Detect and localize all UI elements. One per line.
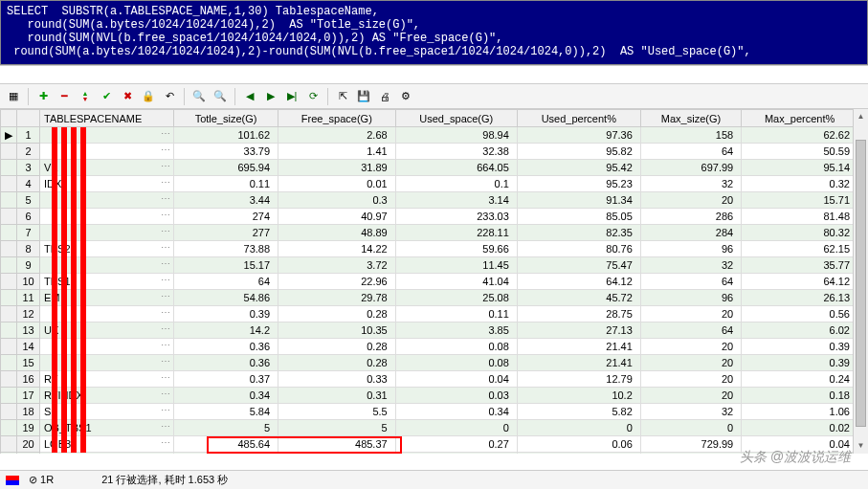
col-max-size[interactable]: Max_size(G): [640, 110, 741, 127]
cell-tablespacename[interactable]: TBS2⋯: [40, 241, 174, 257]
cell-max-percent[interactable]: 64.12: [742, 274, 858, 290]
cell-used-percent[interactable]: 45.72: [517, 290, 640, 306]
cell-totle-size[interactable]: 54.86: [174, 290, 278, 306]
cell-used-space[interactable]: 0.08: [395, 355, 517, 371]
cell-expand-icon[interactable]: ⋯: [161, 242, 170, 253]
cell-expand-icon[interactable]: ⋯: [161, 177, 170, 188]
cell-max-size[interactable]: 697.99: [640, 160, 741, 176]
cell-max-percent[interactable]: 0.24: [742, 371, 858, 388]
cell-free-space[interactable]: 0.28: [278, 339, 396, 355]
cell-used-percent[interactable]: 12.79: [517, 371, 640, 388]
table-row[interactable]: 16RT⋯0.370.330.0412.79200.24: [1, 371, 868, 388]
cell-totle-size[interactable]: 73.88: [174, 241, 278, 257]
cell-totle-size[interactable]: 15.17: [174, 257, 278, 274]
cell-totle-size[interactable]: 274: [174, 209, 278, 225]
cell-totle-size[interactable]: 695.94: [174, 160, 278, 176]
table-row[interactable]: 9⋯15.173.7211.4575.473235.77: [1, 257, 868, 274]
table-row[interactable]: 2⋯33.791.4132.3895.826450.59: [1, 144, 868, 160]
table-row[interactable]: 20LOB3⋯485.64485.370.270.06729.990.04: [1, 436, 868, 453]
cell-tablespacename[interactable]: ⋯: [40, 192, 174, 209]
table-row[interactable]: 3VE⋯695.9431.89664.0595.42697.9995.14: [1, 160, 868, 176]
cell-free-space[interactable]: 29.78: [278, 290, 396, 306]
cell-tablespacename[interactable]: RT⋯: [40, 371, 174, 388]
cell-max-size[interactable]: 20: [640, 355, 741, 371]
cell-free-space[interactable]: 0.33: [278, 371, 396, 388]
cell-expand-icon[interactable]: ⋯: [161, 210, 170, 220]
cell-tablespacename[interactable]: ⋯: [40, 225, 174, 241]
cell-max-size[interactable]: 158: [640, 127, 741, 144]
cell-max-percent[interactable]: 0.39: [742, 339, 858, 355]
cell-used-space[interactable]: 3.14: [395, 192, 517, 209]
cell-free-space[interactable]: 3.72: [278, 257, 396, 274]
cell-used-percent[interactable]: 80.76: [517, 241, 640, 257]
table-row[interactable]: 14⋯0.360.280.0821.41200.39: [1, 339, 868, 355]
cell-totle-size[interactable]: 33.79: [174, 144, 278, 160]
cell-tablespacename[interactable]: VE⋯: [40, 160, 174, 176]
cell-max-size[interactable]: 64: [640, 144, 741, 160]
cell-tablespacename[interactable]: ⋯: [40, 306, 174, 322]
cell-max-size[interactable]: 32: [640, 257, 741, 274]
cell-tablespacename[interactable]: TBS1⋯: [40, 274, 174, 290]
cell-used-space[interactable]: 0.11: [395, 306, 517, 322]
delete-row-icon[interactable]: ━: [55, 87, 74, 106]
col-free-space[interactable]: Free_space(G): [278, 110, 396, 127]
cell-tablespacename[interactable]: S⋯: [40, 404, 174, 420]
cell-free-space[interactable]: 0.28: [278, 355, 396, 371]
col-max-percent[interactable]: Max_percent%: [742, 110, 858, 127]
cell-used-space[interactable]: 233.03: [395, 209, 517, 225]
cell-used-space[interactable]: 664.05: [395, 160, 517, 176]
post-icon[interactable]: ✔: [97, 87, 116, 106]
cell-free-space[interactable]: 5.5: [278, 404, 396, 420]
cell-max-percent[interactable]: 0.32: [742, 176, 858, 192]
cell-tablespacename[interactable]: OB_TBS1⋯: [40, 420, 174, 436]
export-icon[interactable]: ⇱: [333, 87, 352, 106]
cell-expand-icon[interactable]: ⋯: [161, 372, 170, 383]
table-row[interactable]: 12⋯0.390.280.1128.75200.56: [1, 306, 868, 322]
cancel-icon[interactable]: ✖: [118, 87, 137, 106]
table-row[interactable]: 19OB_TBS1⋯550000.02: [1, 420, 868, 436]
cell-max-size[interactable]: 284: [640, 225, 741, 241]
cell-used-percent[interactable]: 95.82: [517, 144, 640, 160]
cell-used-percent[interactable]: 21.41: [517, 355, 640, 371]
cell-max-size[interactable]: 20: [640, 388, 741, 404]
cell-free-space[interactable]: 14.22: [278, 241, 396, 257]
save-icon[interactable]: 💾: [354, 87, 373, 106]
cell-tablespacename[interactable]: ⋯: [40, 209, 174, 225]
refresh-icon[interactable]: ⟳: [303, 87, 323, 106]
cell-used-space[interactable]: 0: [395, 420, 517, 436]
cell-max-percent[interactable]: 62.62: [742, 127, 858, 144]
cell-max-size[interactable]: 20: [640, 371, 741, 388]
cell-used-space[interactable]: 32.38: [395, 144, 517, 160]
cell-free-space[interactable]: 31.89: [278, 160, 396, 176]
cell-used-percent[interactable]: 97.36: [517, 127, 640, 144]
cell-totle-size[interactable]: 0.39: [174, 306, 278, 322]
cell-tablespacename[interactable]: JKDB⋯: [40, 453, 174, 455]
cell-used-space[interactable]: 0.03: [395, 388, 517, 404]
cell-used-percent[interactable]: 10.2: [517, 388, 640, 404]
cell-used-space[interactable]: 0.1: [395, 176, 517, 192]
cell-used-percent[interactable]: 0.06: [517, 436, 640, 453]
cell-max-size[interactable]: 64: [640, 274, 741, 290]
cell-max-percent[interactable]: 6.02: [742, 322, 858, 339]
vertical-scrollbar[interactable]: ▲ ▼: [853, 109, 868, 454]
cell-tablespacename[interactable]: ⋯: [40, 127, 174, 144]
table-row[interactable]: 10TBS1⋯6422.9641.0464.126464.12: [1, 274, 868, 290]
cell-max-size[interactable]: 286: [640, 209, 741, 225]
cell-used-percent[interactable]: 95.42: [517, 160, 640, 176]
cell-max-size[interactable]: 96: [640, 290, 741, 306]
nav-right-icon[interactable]: ▶: [261, 87, 280, 106]
undo-icon[interactable]: ↶: [160, 87, 179, 106]
table-row[interactable]: 21JKDB⋯220000.04: [1, 453, 868, 455]
cell-max-size[interactable]: 96: [640, 241, 741, 257]
cell-tablespacename[interactable]: LOB3⋯: [40, 436, 174, 453]
find-icon[interactable]: 🔍: [189, 87, 209, 106]
cell-used-space[interactable]: 0.08: [395, 339, 517, 355]
cell-used-space[interactable]: 25.08: [395, 290, 517, 306]
cell-used-space[interactable]: 41.04: [395, 274, 517, 290]
cell-max-size[interactable]: 64: [640, 322, 741, 339]
cell-free-space[interactable]: 1.41: [278, 144, 396, 160]
cell-expand-icon[interactable]: ⋯: [161, 258, 170, 269]
nav-left-icon[interactable]: ◀: [240, 87, 259, 106]
cell-free-space[interactable]: 0.3: [278, 192, 396, 209]
col-used-space[interactable]: Used_space(G): [395, 110, 517, 127]
